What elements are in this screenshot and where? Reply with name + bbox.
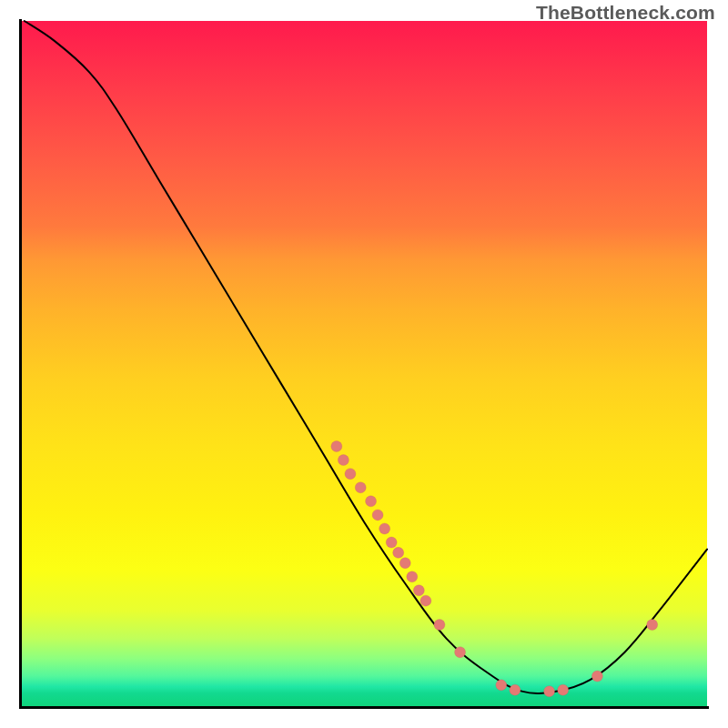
scatter-dot <box>345 469 356 480</box>
scatter-dot <box>420 595 431 606</box>
scatter-dot <box>510 684 521 695</box>
y-axis <box>19 19 22 709</box>
scatter-dot <box>455 647 466 658</box>
scatter-dot <box>399 558 410 569</box>
scatter-dot <box>331 440 342 451</box>
scatter-dot <box>366 496 377 507</box>
scatter-dot <box>434 620 445 631</box>
scatter-dot <box>372 510 383 521</box>
chart-container: TheBottleneck.com <box>0 0 728 728</box>
scatter-dot <box>558 684 569 695</box>
scatter-dot <box>496 680 507 691</box>
scatter-dot <box>355 482 366 493</box>
scatter-dot <box>407 571 418 582</box>
scatter-dot <box>544 686 555 697</box>
bottleneck-curve <box>25 21 707 693</box>
scatter-dot <box>338 455 349 466</box>
scatter-dot <box>413 585 424 596</box>
scatter-dot <box>592 671 602 682</box>
scatter-dot <box>647 620 658 631</box>
chart-svg <box>21 21 707 707</box>
scatter-dot <box>393 547 404 558</box>
scatter-dots-group <box>331 440 658 696</box>
scatter-dot <box>379 523 390 534</box>
watermark-text: TheBottleneck.com <box>536 2 715 24</box>
x-axis <box>19 706 709 709</box>
scatter-dot <box>386 537 397 548</box>
